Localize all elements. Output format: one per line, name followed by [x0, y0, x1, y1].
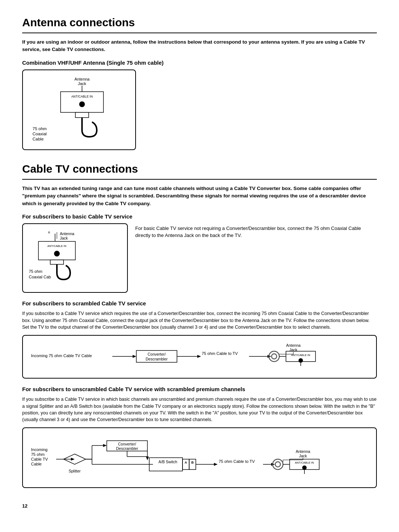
svg-text:Converter/: Converter/ — [147, 352, 166, 356]
svg-text:Converter/: Converter/ — [118, 442, 136, 446]
svg-rect-6 — [75, 112, 89, 118]
scrambled-diagram-box: Incoming 75 ohm Cable TV Cable Converter… — [22, 335, 377, 379]
svg-text:75 ohm: 75 ohm — [33, 126, 47, 131]
basic-cable-diagram-box: ≡ Antenna Jack ANT/CABLE IN 75 ohm Coaxi… — [22, 223, 128, 293]
unscrambled-diagram-box: Incoming 75 ohm Cable TV Cable Splitter … — [22, 427, 377, 488]
basic-subtitle: For subscribers to basic Cable TV servic… — [22, 213, 377, 220]
basic-cable-svg: ≡ Antenna Jack ANT/CABLE IN 75 ohm Coaxi… — [27, 228, 123, 286]
antenna-intro-text: If you are using an indoor or outdoor an… — [22, 38, 377, 54]
svg-text:Jack: Jack — [60, 236, 68, 240]
basic-cable-description: For basic Cable TV service not requiring… — [135, 223, 377, 239]
svg-text:Antenna: Antenna — [286, 343, 300, 348]
svg-text:Antenna: Antenna — [296, 449, 310, 454]
svg-text:Cable: Cable — [33, 137, 44, 141]
svg-rect-19 — [50, 260, 64, 264]
svg-text:ANT/CABLE IN: ANT/CABLE IN — [295, 461, 314, 464]
svg-text:ANT/CABLE IN: ANT/CABLE IN — [47, 244, 66, 248]
svg-text:Coaxial: Coaxial — [33, 132, 47, 136]
svg-text:Incoming: Incoming — [31, 447, 48, 452]
svg-text:75 ohm: 75 ohm — [29, 269, 42, 274]
unscrambled-subtitle: For subscribers to unscrambled Cable TV … — [22, 385, 377, 393]
svg-text:ANT/CABLE IN: ANT/CABLE IN — [71, 95, 93, 98]
cable-tv-title: Cable TV connections — [22, 161, 377, 180]
svg-point-79 — [275, 462, 280, 467]
svg-text:75 ohm Cable to TV: 75 ohm Cable to TV — [202, 351, 238, 356]
svg-text:75 ohm Cable to TV: 75 ohm Cable to TV — [219, 459, 255, 464]
svg-text:B: B — [191, 461, 194, 464]
svg-point-83 — [302, 465, 307, 470]
svg-marker-50 — [71, 458, 75, 461]
svg-text:≡: ≡ — [48, 230, 50, 234]
svg-text:Jack: Jack — [299, 454, 307, 458]
scrambled-body-text: If you subscribe to a Cable TV service w… — [22, 310, 377, 330]
scrambled-diagram-svg: Incoming 75 ohm Cable TV Cable Converter… — [27, 340, 367, 372]
scrambled-subtitle: For subscribers to scrambled Cable TV se… — [22, 299, 377, 307]
svg-text:Cable: Cable — [31, 462, 42, 466]
svg-point-37 — [272, 354, 277, 359]
svg-text:Antenna: Antenna — [60, 231, 74, 236]
vhf-diagram-box: Antenna Jack ANT/CABLE IN 75 ohm Coaxial… — [22, 70, 136, 150]
antenna-connections-title: Antenna connections — [22, 15, 377, 33]
unscrambled-diagram-svg: Incoming 75 ohm Cable TV Cable Splitter … — [27, 433, 367, 481]
cable-tv-intro-text: This TV has an extended tuning range and… — [22, 185, 377, 207]
basic-cable-section: ≡ Antenna Jack ANT/CABLE IN 75 ohm Coaxi… — [22, 223, 377, 293]
svg-point-18 — [54, 251, 59, 256]
svg-text:Descrambler: Descrambler — [146, 357, 168, 361]
svg-marker-56 — [103, 444, 107, 447]
svg-text:Jack: Jack — [78, 81, 86, 86]
svg-text:A/B Switch: A/B Switch — [158, 460, 177, 464]
svg-text:Splitter: Splitter — [69, 469, 81, 473]
vhf-subtitle: Combination VHF/UHF Antenna (Single 75 o… — [22, 59, 377, 67]
vhf-diagram-svg: Antenna Jack ANT/CABLE IN 75 ohm Coaxial… — [27, 75, 131, 143]
svg-text:Antenna: Antenna — [75, 77, 90, 81]
page-number: 12 — [22, 503, 377, 509]
svg-text:75 ohm: 75 ohm — [31, 452, 45, 457]
svg-point-5 — [79, 102, 85, 107]
svg-marker-30 — [197, 355, 201, 358]
svg-marker-25 — [133, 355, 136, 358]
svg-text:Incoming 75 ohm Cable TV Cable: Incoming 75 ohm Cable TV Cable — [31, 353, 92, 358]
svg-text:Coaxial Cab: Coaxial Cab — [29, 275, 51, 279]
unscrambled-body-text: If you subscribe to a Cable TV service i… — [22, 396, 377, 423]
svg-marker-72 — [214, 463, 218, 466]
svg-text:ANT/CABLE IN: ANT/CABLE IN — [291, 353, 310, 357]
svg-text:Cable TV: Cable TV — [31, 457, 48, 461]
svg-text:Descrambler: Descrambler — [116, 446, 138, 451]
svg-text:A: A — [185, 461, 187, 464]
